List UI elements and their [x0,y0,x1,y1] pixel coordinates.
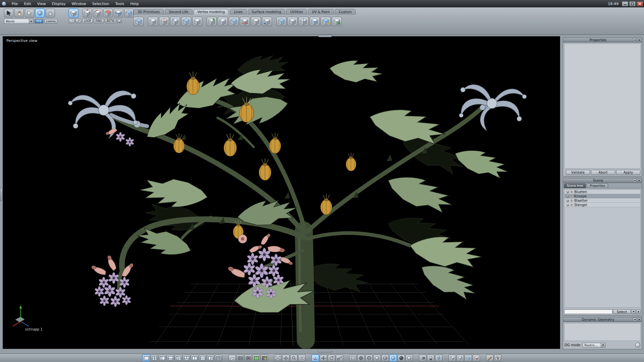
properties-panel-close-button[interactable] [637,38,641,42]
falloff-sphere-button[interactable] [117,19,122,23]
layout-split-bottom-button[interactable] [167,355,174,361]
tab-vertex-modeling[interactable]: Vertex modeling [194,9,229,15]
vertex-tool-7-button[interactable] [207,17,217,26]
viewport-canvas[interactable] [3,37,560,349]
cube-snap-button[interactable] [465,355,472,361]
visibility-eye-icon[interactable] [570,195,573,198]
vertex-tool-10-button[interactable] [240,17,250,26]
grid-button[interactable] [236,355,244,361]
menu-tools[interactable]: Tools [112,0,127,7]
abort-button[interactable]: Abort [591,170,615,175]
visibility-eye-icon[interactable] [570,190,573,193]
tree-item-blaetter[interactable]: Blaetter [565,198,640,203]
specular-sphere-button[interactable] [406,355,413,361]
select-button[interactable]: Select [613,309,631,314]
camera-button[interactable]: CAMERA [44,19,58,23]
select-light-arrow-button[interactable] [25,9,34,17]
scene-tab-properties[interactable]: Properties [587,183,608,188]
layout-quad-button[interactable] [151,355,158,361]
panel-collapse-handle-bottom[interactable] [318,350,332,352]
layout-one-plus-two-button[interactable] [207,355,214,361]
grid-green-button[interactable] [253,355,260,361]
grid-snap-button[interactable] [245,355,252,361]
cube-grab-button[interactable] [448,355,456,361]
menu-window[interactable]: Window [68,0,89,7]
layout-two-columns-button[interactable] [191,355,198,361]
world-dropdown[interactable]: World [4,19,34,24]
wand-mini-button[interactable] [75,19,81,23]
layout-nine-grid-button[interactable] [215,355,222,361]
tab-second-life[interactable]: Second Life [165,9,192,15]
rotate-button[interactable] [328,355,335,361]
fit-view-button[interactable] [274,355,281,361]
select-arrow-button[interactable] [4,9,13,17]
pan-hand-button[interactable] [14,9,24,17]
vertex-tool-3-button[interactable] [159,17,169,26]
vertex-tool-1-button[interactable] [133,17,144,26]
close-button[interactable] [637,1,643,6]
tab-surface-modeling[interactable]: Surface modeling [248,9,285,15]
paint-brush-button[interactable] [486,355,493,361]
vertex-select-mode-button[interactable] [83,9,92,17]
tree-item-blueten[interactable]: Blueten [565,190,640,194]
vertex-tool-4-button[interactable] [170,17,180,26]
universal-manipulator-button[interactable] [312,355,319,361]
vertex-tool-8-button[interactable] [218,17,228,26]
loop-select-mode-button[interactable] [114,9,123,17]
tab-3d-primitives[interactable]: 3D Primitives [133,9,164,15]
select-options-button[interactable] [636,310,641,314]
menu-selection[interactable]: Selection [89,0,112,7]
vertex-tool-17-button[interactable] [321,17,331,26]
loop-button[interactable]: LOOP [82,19,93,23]
ghost-button[interactable] [46,9,55,17]
vertex-tool-13-button[interactable] [276,17,286,26]
scene-panel-close-button[interactable] [637,179,641,182]
scene-filter-input[interactable] [564,309,612,314]
tab-utilities[interactable]: Utilities [286,9,307,15]
panel-collapse-handle-top[interactable] [318,35,332,37]
visibility-eye-button[interactable] [298,355,306,361]
spheres-shadow-button[interactable] [427,355,434,361]
tree-item-knospe[interactable]: Knospe [565,194,640,198]
menu-file[interactable]: File [9,0,21,7]
layout-split-left-button[interactable] [159,355,166,361]
layout-single-button[interactable] [143,355,150,361]
pan-arrows-button[interactable] [282,355,289,361]
menu-view[interactable]: View [34,0,49,7]
soft-selection-button[interactable] [35,9,45,17]
wireframe-sphere-button[interactable] [357,355,365,361]
properties-panel-menu-button[interactable] [633,38,637,42]
pencil-button[interactable] [228,355,236,361]
menu-display[interactable]: Display [49,0,69,7]
tab-custom[interactable]: Custom [335,9,356,15]
grid-multicolor-button[interactable] [261,355,268,361]
tree-item-stengel[interactable]: Stengel [565,203,640,207]
flat-sphere-button[interactable] [365,355,373,361]
vertex-tool-11-button[interactable] [251,17,261,26]
menu-edit[interactable]: Edit [21,0,34,7]
dark-sphere-button[interactable] [397,355,405,361]
cube-arrow-button[interactable] [457,355,464,361]
dg-panel-menu-button[interactable] [633,318,637,321]
visibility-eye-icon[interactable] [570,203,573,206]
layout-three-bottom-button[interactable] [183,355,190,361]
maximize-button[interactable] [629,1,636,6]
auto-select-mode-button[interactable] [69,9,78,17]
vertex-tool-12-button[interactable] [262,17,272,26]
vertex-tool-16-button[interactable] [310,17,320,26]
validate-button[interactable]: Validate [566,170,590,175]
object-select-mode-button[interactable] [124,9,133,17]
dg-panel-close-button[interactable] [637,318,641,321]
ring-button[interactable]: RING [94,19,104,23]
shaded-sphere-button[interactable] [373,355,381,361]
scene-panel-menu-button[interactable] [633,179,637,182]
vertex-tool-5-button[interactable] [181,17,191,26]
vertex-tool-2-button[interactable] [148,17,158,26]
perspective-viewport[interactable]: Perspective view [3,36,560,349]
scale-button[interactable] [336,355,343,361]
vertex-tool-18-button[interactable] [332,17,342,26]
layout-three-left-button[interactable] [175,355,182,361]
camera-button-bottom[interactable] [494,355,501,361]
select-dropdown-button[interactable] [631,310,636,314]
pencil-mini-button[interactable] [69,19,74,23]
